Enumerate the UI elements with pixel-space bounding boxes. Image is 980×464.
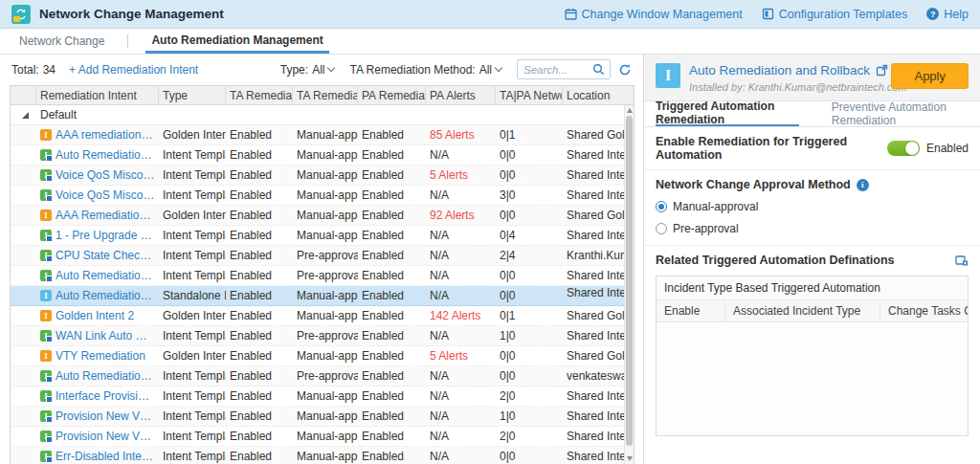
cell-pa-status: Enabled	[358, 329, 426, 342]
table-body: I AAA remediation interface Golden Inten…	[11, 125, 634, 464]
change-window-management-link[interactable]: Change Window Management	[565, 8, 743, 21]
type-filter[interactable]: Type: All	[280, 63, 335, 77]
column-header-ta-pa-network[interactable]: TA|PA Networ...	[496, 86, 563, 104]
table-row[interactable]: I Golden Intent 2 Golden Intent Enabled …	[11, 306, 634, 326]
intent-name-link[interactable]: Voice QoS Misconfigurati...	[56, 168, 155, 182]
table-row[interactable]: I Interface Provisioning Util... Intent …	[11, 387, 634, 407]
intent-type-icon: I	[40, 451, 52, 462]
intent-name-link[interactable]: Auto Remediation and Ro...	[56, 148, 155, 162]
info-icon[interactable]: i	[857, 179, 869, 191]
tab-auto-remediation-management[interactable]: Auto Remediation Management	[145, 29, 328, 54]
add-remediation-intent-link[interactable]: + Add Remediation Intent	[69, 63, 198, 77]
table-row[interactable]: I 1 - Pre Upgrade 1st - Valid... Intent …	[11, 226, 634, 246]
column-header-ta-remediation-2[interactable]: TA Remediatio...	[293, 86, 358, 104]
column-header-pa-alerts[interactable]: PA Alerts	[426, 86, 496, 104]
tab-triggered-automation-remediation[interactable]: Triggered Automation Remediation	[656, 101, 799, 126]
table-row[interactable]: I CPU State Check_SNOW Intent Template E…	[11, 246, 634, 266]
intent-name-link[interactable]: Provision New VLAN and ...	[56, 409, 155, 423]
cell-pa-status: Enabled	[358, 229, 426, 242]
column-header-type[interactable]: Type	[159, 86, 226, 104]
cell-ta-status: Enabled	[226, 289, 293, 302]
open-in-new-icon[interactable]	[876, 64, 888, 77]
cell-pa-alerts: 85 Alerts	[426, 128, 496, 142]
intent-name-link[interactable]: Voice QoS Misconfigurati...	[56, 188, 155, 202]
related-definitions-label: Related Triggered Automation Definations	[656, 254, 895, 267]
intent-name-link[interactable]: Interface Provisioning Util...	[56, 389, 155, 403]
intent-name-link[interactable]: AAA Remediation Intent - ...	[56, 209, 155, 222]
radio-pre-approval[interactable]: Pre-approval	[656, 222, 969, 235]
table-row[interactable]: I Auto Remediation and Ro... Intent Temp…	[11, 266, 634, 286]
tab-separator	[127, 34, 128, 48]
table-row[interactable]: I AAA remediation interface Golden Inten…	[11, 125, 634, 145]
intent-name-link[interactable]: Err-Disabled Interface Ch...	[56, 450, 155, 463]
cell-ta-method: Pre-approval	[293, 269, 358, 282]
incident-column-enable[interactable]: Enable	[657, 300, 725, 321]
radio-button[interactable]	[656, 223, 667, 234]
cell-ta-pa-network: 3|0	[496, 188, 563, 202]
incident-column-associated-type[interactable]: Associated Incident Type	[725, 300, 880, 321]
cell-ta-pa-network: 0|0	[496, 269, 563, 282]
table-row[interactable]: I Auto Remediation Demo Intent Template …	[11, 366, 634, 387]
collapse-group-icon[interactable]	[22, 112, 29, 119]
table-row[interactable]: I Auto Remediation and Ro... Intent Temp…	[11, 145, 634, 166]
cell-ta-status: Enabled	[226, 128, 293, 142]
apply-button[interactable]: Apply	[891, 63, 969, 89]
intent-type-icon: I	[40, 350, 52, 362]
cell-ta-status: Enabled	[226, 349, 293, 363]
table-row[interactable]: I Provision New VLAN Intent Template Ena…	[11, 427, 634, 447]
template-icon	[762, 8, 774, 20]
enable-remediation-toggle[interactable]	[887, 141, 920, 156]
help-link[interactable]: ? Help	[926, 8, 969, 21]
intent-name-link[interactable]: AAA remediation interface	[56, 128, 155, 142]
cell-location: Shared Golden...	[563, 349, 634, 363]
cell-ta-pa-network: 1|0	[496, 329, 563, 342]
column-header-ta-remediation-1[interactable]: TA Remediatio...	[226, 86, 293, 104]
intent-name-link[interactable]: VTY Remediation	[56, 349, 145, 363]
group-row-default[interactable]: Default	[11, 105, 634, 125]
table-row[interactable]: I VTY Remediation Golden Intent Enabled …	[11, 346, 634, 366]
cell-location: Shared Intents...	[563, 329, 634, 342]
table-row[interactable]: I WAN Link Auto Optimizati... Intent Tem…	[11, 326, 634, 346]
intent-name-link[interactable]: Golden Intent 2	[56, 309, 134, 322]
table-row[interactable]: I Err-Disabled Interface Ch... Intent Te…	[11, 447, 634, 464]
search-input[interactable]	[522, 63, 592, 77]
cell-ta-method: Manual-approval	[293, 148, 358, 162]
intent-name-link[interactable]: Auto Remediation and Ro...	[56, 289, 155, 302]
tab-network-change[interactable]: Network Change	[13, 29, 110, 54]
main-tabbar: Network Change Auto Remediation Manageme…	[0, 29, 980, 55]
cell-type: Golden Intent	[159, 209, 226, 222]
configuration-templates-link[interactable]: Configuration Templates	[762, 8, 908, 21]
ta-remediation-method-filter[interactable]: TA Remediation Method: All	[349, 63, 501, 77]
table-row[interactable]: I Voice QoS Misconfigurati... Intent Tem…	[11, 186, 634, 206]
panel-title[interactable]: Auto Remediation and Rollback	[689, 63, 870, 77]
column-header-location[interactable]: Location	[563, 86, 634, 104]
group-label: Default	[29, 108, 77, 122]
column-header-remediation-intent[interactable]: Remediation Intent	[36, 86, 159, 104]
scroll-up-icon[interactable]	[627, 108, 633, 113]
table-row[interactable]: I Auto Remediation and Ro... Standalone …	[11, 286, 634, 306]
cell-ta-pa-network: 0|0	[496, 289, 563, 302]
column-header-pa-remediation[interactable]: PA Remediatio...	[358, 86, 426, 104]
refresh-icon[interactable]	[618, 63, 632, 77]
open-definitions-icon[interactable]	[955, 254, 969, 267]
table-row[interactable]: I Provision New VLAN and ... Intent Temp…	[11, 407, 634, 427]
incident-column-change-tasks[interactable]: Change Tasks Created	[880, 300, 968, 321]
intent-name-link[interactable]: CPU State Check_SNOW	[56, 249, 155, 262]
cell-pa-status: Enabled	[358, 349, 426, 363]
intent-name-link[interactable]: WAN Link Auto Optimizati...	[56, 329, 155, 342]
scroll-down-icon[interactable]	[627, 456, 633, 461]
radio-manual-approval[interactable]: Manual-approval	[656, 200, 969, 213]
vertical-scrollbar[interactable]	[624, 105, 634, 464]
scrollbar-thumb[interactable]	[626, 116, 633, 446]
radio-button-selected[interactable]	[656, 201, 667, 212]
table-row[interactable]: I AAA Remediation Intent - ... Golden In…	[11, 206, 634, 226]
tab-preventive-automation-remediation[interactable]: Preventive Automation Remediation	[832, 101, 969, 126]
intent-name-link[interactable]: Auto Remediation and Ro...	[56, 269, 155, 282]
table-row[interactable]: I Voice QoS Misconfigurati... Intent Tem…	[11, 166, 634, 186]
search-icon[interactable]	[592, 63, 605, 76]
intent-name-link[interactable]: Auto Remediation Demo	[56, 369, 155, 383]
cell-ta-status: Enabled	[226, 450, 293, 463]
intent-name-link[interactable]: 1 - Pre Upgrade 1st - Valid...	[56, 229, 155, 242]
intent-name-link[interactable]: Provision New VLAN	[56, 430, 155, 443]
cell-pa-status: Enabled	[358, 409, 426, 423]
